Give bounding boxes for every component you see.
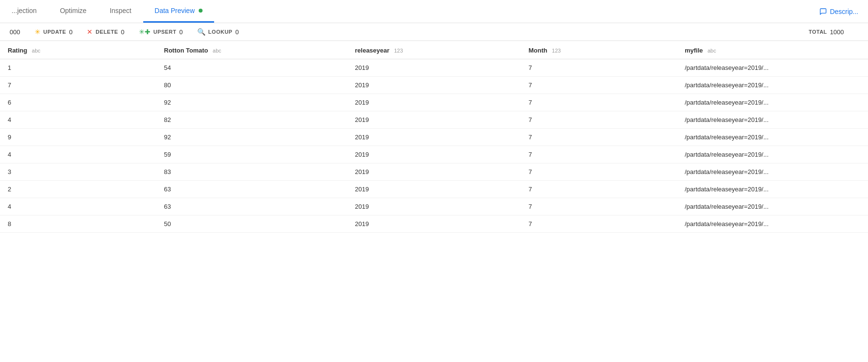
- col-month-type: 123: [552, 48, 561, 54]
- col-rating-label: Rating: [8, 47, 27, 54]
- describe-label: Descrip...: [830, 8, 858, 15]
- cell-rotton_tomato: 80: [156, 77, 347, 94]
- cell-month: 7: [521, 146, 677, 163]
- lookup-icon: 🔍: [197, 28, 205, 36]
- cell-month: 7: [521, 77, 677, 94]
- cell-rating: 7: [0, 77, 156, 94]
- col-rating-type: abc: [32, 48, 41, 54]
- tab-inspect-label: Inspect: [109, 7, 131, 14]
- cell-myfile: /partdata/releaseyear=2019/...: [677, 111, 868, 129]
- cell-releaseyear: 2019: [347, 111, 521, 129]
- cell-month: 7: [521, 215, 677, 233]
- table-row: 26320197/partdata/releaseyear=2019/...: [0, 181, 868, 198]
- cell-month: 7: [521, 111, 677, 129]
- cell-releaseyear: 2019: [347, 198, 521, 215]
- cell-rotton_tomato: 82: [156, 111, 347, 129]
- stat-count: 000: [10, 28, 35, 36]
- nav-tabs: ...jection Optimize Inspect Data Preview…: [0, 0, 868, 23]
- table-row: 46320197/partdata/releaseyear=2019/...: [0, 198, 868, 215]
- cell-myfile: /partdata/releaseyear=2019/...: [677, 77, 868, 94]
- col-header-rotton-tomato: Rotton Tomato abc: [156, 41, 347, 59]
- cell-releaseyear: 2019: [347, 146, 521, 163]
- lookup-label: LOOKUP: [208, 29, 232, 35]
- count-value: 000: [10, 28, 20, 36]
- cell-rating: 4: [0, 198, 156, 215]
- cell-myfile: /partdata/releaseyear=2019/...: [677, 146, 868, 163]
- col-year-label: releaseyear: [355, 47, 390, 54]
- stat-update: ✳ UPDATE 0: [35, 28, 87, 36]
- tab-optimize[interactable]: Optimize: [48, 0, 98, 23]
- cell-rotton_tomato: 50: [156, 215, 347, 233]
- data-table-container: Rating abc Rotton Tomato abc releaseyear…: [0, 41, 868, 233]
- cell-myfile: /partdata/releaseyear=2019/...: [677, 129, 868, 146]
- col-header-myfile: myfile abc: [677, 41, 868, 59]
- cell-myfile: /partdata/releaseyear=2019/...: [677, 181, 868, 198]
- table-row: 85020197/partdata/releaseyear=2019/...: [0, 215, 868, 233]
- table-row: 15420197/partdata/releaseyear=2019/...: [0, 59, 868, 77]
- tab-injection-label: ...jection: [12, 7, 37, 14]
- tab-injection[interactable]: ...jection: [0, 0, 48, 23]
- stat-upsert: ✳✚ UPSERT 0: [139, 28, 197, 36]
- cell-releaseyear: 2019: [347, 77, 521, 94]
- total-label: TOTAL: [809, 29, 827, 35]
- upsert-icon: ✳✚: [139, 28, 150, 36]
- cell-month: 7: [521, 94, 677, 111]
- cell-releaseyear: 2019: [347, 181, 521, 198]
- stat-delete: ✕ DELETE 0: [87, 28, 139, 36]
- cell-month: 7: [521, 59, 677, 77]
- col-year-type: 123: [394, 48, 403, 54]
- cell-rating: 2: [0, 181, 156, 198]
- table-row: 45920197/partdata/releaseyear=2019/...: [0, 146, 868, 163]
- delete-icon: ✕: [87, 28, 93, 36]
- cell-rating: 8: [0, 215, 156, 233]
- cell-releaseyear: 2019: [347, 215, 521, 233]
- cell-rating: 1: [0, 59, 156, 77]
- cell-rotton_tomato: 54: [156, 59, 347, 77]
- cell-rotton_tomato: 92: [156, 129, 347, 146]
- upsert-value: 0: [179, 28, 183, 36]
- cell-myfile: /partdata/releaseyear=2019/...: [677, 198, 868, 215]
- total-value: 1000: [830, 28, 844, 36]
- data-table: Rating abc Rotton Tomato abc releaseyear…: [0, 41, 868, 233]
- cell-myfile: /partdata/releaseyear=2019/...: [677, 215, 868, 233]
- cell-rating: 3: [0, 163, 156, 181]
- cell-rating: 4: [0, 146, 156, 163]
- tab-data-preview[interactable]: Data Preview: [143, 0, 214, 23]
- tab-optimize-label: Optimize: [60, 7, 86, 14]
- stat-lookup: 🔍 LOOKUP 0: [197, 28, 253, 36]
- col-header-releaseyear: releaseyear 123: [347, 41, 521, 59]
- delete-value: 0: [121, 28, 124, 36]
- cell-rotton_tomato: 59: [156, 146, 347, 163]
- lookup-value: 0: [235, 28, 239, 36]
- cell-myfile: /partdata/releaseyear=2019/...: [677, 59, 868, 77]
- data-preview-dot: [199, 9, 203, 13]
- describe-button[interactable]: Descrip...: [819, 8, 868, 15]
- col-month-label: Month: [529, 47, 547, 54]
- table-row: 69220197/partdata/releaseyear=2019/...: [0, 94, 868, 111]
- cell-releaseyear: 2019: [347, 94, 521, 111]
- cell-month: 7: [521, 181, 677, 198]
- cell-myfile: /partdata/releaseyear=2019/...: [677, 163, 868, 181]
- table-row: 78020197/partdata/releaseyear=2019/...: [0, 77, 868, 94]
- cell-rotton_tomato: 63: [156, 181, 347, 198]
- col-file-label: myfile: [685, 47, 703, 54]
- tab-inspect[interactable]: Inspect: [98, 0, 143, 23]
- chat-icon: [819, 8, 827, 15]
- table-row: 48220197/partdata/releaseyear=2019/...: [0, 111, 868, 129]
- cell-releaseyear: 2019: [347, 59, 521, 77]
- cell-rotton_tomato: 63: [156, 198, 347, 215]
- cell-month: 7: [521, 129, 677, 146]
- table-row: 99220197/partdata/releaseyear=2019/...: [0, 129, 868, 146]
- delete-label: DELETE: [95, 29, 118, 35]
- cell-myfile: /partdata/releaseyear=2019/...: [677, 94, 868, 111]
- cell-rotton_tomato: 92: [156, 94, 347, 111]
- col-tomato-type: abc: [213, 48, 221, 54]
- update-label: UPDATE: [43, 29, 66, 35]
- update-icon: ✳: [35, 28, 41, 36]
- cell-rating: 9: [0, 129, 156, 146]
- cell-month: 7: [521, 163, 677, 181]
- col-header-month: Month 123: [521, 41, 677, 59]
- col-file-type: abc: [707, 48, 716, 54]
- stats-bar: 000 ✳ UPDATE 0 ✕ DELETE 0 ✳✚ UPSERT 0 🔍 …: [0, 23, 868, 41]
- cell-rating: 4: [0, 111, 156, 129]
